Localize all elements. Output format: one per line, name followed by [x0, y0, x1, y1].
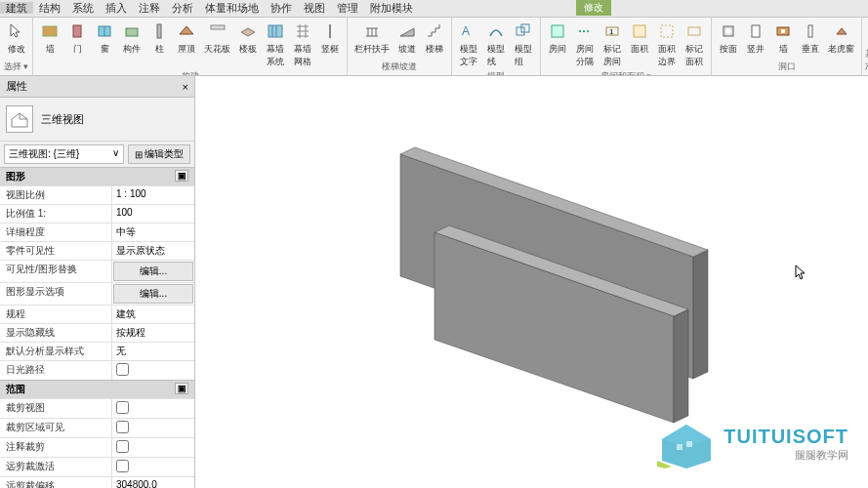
- modify-tab[interactable]: 修改: [576, 0, 611, 16]
- roomtag-icon: 1: [602, 21, 622, 41]
- menu-item-10[interactable]: 附加模块: [364, 2, 419, 14]
- tool-area[interactable]: 面积: [626, 20, 653, 58]
- svg-rect-28: [686, 441, 692, 447]
- tool-modeltext[interactable]: A模型文字: [455, 20, 482, 70]
- tool-ramp[interactable]: 坡道: [393, 20, 421, 58]
- tool-owall[interactable]: 墙: [769, 20, 797, 58]
- tool-floor[interactable]: 楼板: [234, 20, 262, 58]
- room-icon: [548, 21, 567, 41]
- modify-tool[interactable]: 修改: [3, 20, 30, 58]
- tool-roomsep[interactable]: 房间分隔: [571, 20, 599, 70]
- menu-item-4[interactable]: 注释: [133, 2, 166, 14]
- prop-value[interactable]: [112, 419, 194, 437]
- checkbox[interactable]: [116, 421, 129, 433]
- prop-label: 零件可见性: [0, 242, 112, 260]
- collapse-icon[interactable]: ▣: [175, 383, 188, 394]
- tool-label: 模型组: [515, 43, 532, 68]
- prop-row: 远剪裁偏移304800.0: [0, 476, 194, 488]
- svg-rect-20: [688, 27, 700, 35]
- checkbox[interactable]: [116, 363, 129, 376]
- tool-modelline[interactable]: 模型线: [482, 20, 510, 70]
- tool-stair[interactable]: 楼梯: [421, 20, 448, 58]
- prop-section-header[interactable]: 范围▣: [0, 380, 194, 398]
- tool-component[interactable]: 构件: [118, 20, 145, 58]
- menu-item-2[interactable]: 系统: [66, 2, 100, 14]
- ribbon-group-build: 墙门窗构件柱屋顶天花板楼板幕墙系统幕墙网格竖梃 构建: [33, 18, 348, 75]
- prop-value[interactable]: [112, 361, 194, 380]
- tool-vertical[interactable]: 垂直: [797, 20, 824, 58]
- menu-item-8[interactable]: 视图: [298, 2, 331, 14]
- prop-value[interactable]: 无: [112, 343, 194, 360]
- checkbox[interactable]: [116, 401, 129, 414]
- areabound-icon: [657, 21, 677, 41]
- prop-value[interactable]: [112, 438, 194, 457]
- ribbon-group-datum: 基准: [862, 18, 868, 75]
- prop-value[interactable]: [112, 458, 194, 476]
- watermark: TUITUISOFT 腿腿教学网: [657, 420, 848, 468]
- group-label: 选择 ▾: [3, 61, 29, 73]
- tool-railing[interactable]: 栏杆扶手: [351, 20, 393, 58]
- tool-column[interactable]: 柱: [145, 20, 173, 58]
- tool-curtain[interactable]: 幕墙系统: [262, 20, 289, 70]
- tool-window[interactable]: 窗: [91, 20, 118, 58]
- tool-shaft[interactable]: 竖井: [742, 20, 769, 58]
- watermark-logo-icon: [657, 420, 716, 468]
- tool-ceiling[interactable]: 天花板: [200, 20, 234, 58]
- prop-row: 比例值 1:100: [0, 204, 194, 223]
- prop-row: 裁剪区域可见: [0, 418, 194, 437]
- tool-roof[interactable]: 屋顶: [173, 20, 200, 58]
- prop-value[interactable]: 304800.0: [112, 477, 194, 488]
- tool-modelgroup[interactable]: 模型组: [510, 20, 537, 70]
- menu-item-3[interactable]: 插入: [100, 2, 133, 14]
- prop-value[interactable]: [112, 399, 194, 418]
- tool-door[interactable]: 门: [63, 20, 91, 58]
- collapse-icon[interactable]: ▣: [175, 170, 188, 182]
- menu-item-9[interactable]: 管理: [331, 2, 364, 14]
- edit-type-button[interactable]: ⊞ 编辑类型: [128, 144, 190, 164]
- tool-grid[interactable]: 幕墙网格: [289, 20, 316, 70]
- prop-edit-button[interactable]: 编辑...: [113, 262, 193, 281]
- tool-wall[interactable]: 墙: [36, 20, 63, 58]
- tool-label: 幕墙网格: [294, 43, 311, 68]
- type-dropdown[interactable]: 三维视图: {三维} ∨: [4, 144, 124, 164]
- menu-item-5[interactable]: 分析: [166, 2, 199, 14]
- close-icon[interactable]: ×: [183, 81, 188, 93]
- canvas-viewport[interactable]: TUITUISOFT 腿腿教学网: [195, 76, 868, 488]
- menu-item-0[interactable]: 建筑: [0, 2, 33, 14]
- roof-icon: [177, 21, 196, 41]
- ribbon-group-room: 房间房间分隔1标记房间面积面积边界标记面积 房间和面积 ▾: [541, 18, 712, 75]
- tool-label: 标记面积: [685, 43, 703, 68]
- mouse-cursor-icon: [795, 264, 808, 282]
- checkbox[interactable]: [116, 440, 129, 453]
- tool-room[interactable]: 房间: [544, 20, 571, 58]
- prop-value[interactable]: 显示原状态: [112, 242, 194, 260]
- checkbox[interactable]: [116, 460, 129, 472]
- prop-value[interactable]: 按规程: [112, 324, 194, 342]
- prop-row: 远剪裁激活: [0, 457, 194, 476]
- svg-rect-13: [521, 24, 529, 32]
- prop-value[interactable]: 建筑: [112, 305, 194, 323]
- prop-label: 裁剪区域可见: [0, 419, 112, 437]
- prop-value[interactable]: 100: [112, 205, 194, 223]
- prop-edit-button[interactable]: 编辑...: [113, 284, 193, 304]
- menu-item-1[interactable]: 结构: [33, 2, 66, 14]
- type-selector[interactable]: 三维视图: [0, 98, 194, 141]
- menu-item-7[interactable]: 协作: [265, 2, 298, 14]
- tool-dormer[interactable]: 老虎窗: [824, 20, 858, 58]
- prop-value[interactable]: 1 : 100: [112, 186, 194, 204]
- tool-byface[interactable]: 按面: [715, 20, 742, 58]
- prop-value[interactable]: 中等: [112, 224, 194, 241]
- svg-text:A: A: [462, 24, 470, 38]
- tool-areabound[interactable]: 面积边界: [653, 20, 681, 70]
- tool-label: 面积: [631, 43, 648, 56]
- group-label: 洞口: [715, 61, 858, 73]
- tool-label: 标记房间: [603, 43, 621, 68]
- tool-mullion[interactable]: 竖梃: [316, 20, 344, 58]
- tool-label: 竖井: [747, 43, 765, 56]
- prop-section-header[interactable]: 图形▣: [0, 167, 194, 185]
- menu-item-6[interactable]: 体量和场地: [199, 2, 265, 14]
- tool-roomtag[interactable]: 1标记房间: [599, 20, 626, 70]
- tool-areatag[interactable]: 标记面积: [681, 20, 708, 70]
- tool-label: 幕墙系统: [267, 43, 284, 68]
- tool-label: 柱: [155, 43, 164, 56]
